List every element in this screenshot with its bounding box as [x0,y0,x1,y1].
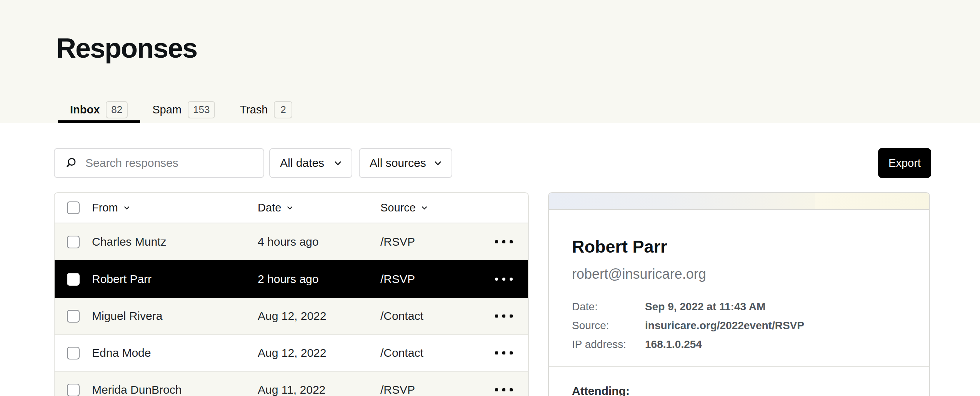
row-date: 2 hours ago [258,273,380,286]
table-row[interactable]: Merida DunBroch Aug 11, 2022 /RSVP [55,371,528,396]
column-header-date[interactable]: Date [258,201,380,214]
meta-date-label: Date: [572,301,645,313]
row-from: Robert Parr [92,273,258,286]
table-row[interactable]: Charles Muntz 4 hours ago /RSVP [55,223,528,260]
page-header: Responses Inbox 82 Spam 153 Trash 2 [0,0,980,123]
row-from: Edna Mode [92,346,258,359]
table-row-selected[interactable]: Robert Parr 2 hours ago /RSVP [55,260,528,297]
date-filter-dropdown[interactable]: All dates [269,148,352,178]
row-date: Aug 12, 2022 [258,309,380,323]
select-all-checkbox[interactable] [67,201,80,214]
row-date: Aug 12, 2022 [258,346,380,359]
row-from: Merida DunBroch [92,383,258,396]
row-from: Miguel Rivera [92,309,258,323]
detail-attending-heading: Attending: [572,384,906,396]
tab-spam[interactable]: Spam 153 [140,96,227,123]
row-checkbox[interactable] [67,310,80,323]
responses-app: Responses Inbox 82 Spam 153 Trash 2 [0,0,980,396]
meta-date-value: Sep 9, 2022 at 11:43 AM [645,301,765,313]
responses-table: From Date Source Charles Muntz [54,192,529,396]
tab-bar: Inbox 82 Spam 153 Trash 2 [58,96,305,123]
row-source: /RSVP [380,235,495,248]
meta-source-value: insuricare.org/2022event/RSVP [645,319,804,332]
column-header-from[interactable]: From [92,201,258,214]
search-input[interactable] [85,156,263,170]
search-box[interactable] [54,148,264,178]
table-header-row: From Date Source [55,193,528,223]
row-actions-menu-icon[interactable] [495,278,528,281]
row-date: 4 hours ago [258,235,380,248]
chevron-down-icon [420,204,428,212]
row-checkbox[interactable] [67,384,80,396]
row-actions-menu-icon[interactable] [495,351,528,354]
row-source: /RSVP [380,273,495,286]
tab-spam-label: Spam [152,103,182,116]
chevron-down-icon [123,204,131,212]
detail-divider [549,366,929,367]
chevron-down-icon [433,158,443,168]
meta-source-label: Source: [572,319,645,332]
source-filter-dropdown[interactable]: All sources [359,148,452,178]
page-title: Responses [56,32,197,64]
row-actions-menu-icon[interactable] [495,240,528,243]
table-row[interactable]: Miguel Rivera Aug 12, 2022 /Contact [55,297,528,334]
chevron-down-icon [333,158,343,168]
response-detail-panel: Robert Parr robert@insuricare.org Date: … [548,192,930,396]
detail-gradient-banner [549,193,929,210]
row-actions-menu-icon[interactable] [495,314,528,318]
export-button[interactable]: Export [878,148,931,178]
row-source: /RSVP [380,383,495,396]
meta-ip-value: 168.1.0.254 [645,338,702,351]
row-date: Aug 11, 2022 [258,383,380,396]
row-source: /Contact [380,309,495,323]
row-checkbox[interactable] [67,236,80,248]
search-icon [65,156,78,170]
tab-spam-count-badge: 153 [188,101,215,118]
tab-inbox[interactable]: Inbox 82 [58,96,140,123]
column-header-source[interactable]: Source [380,201,495,214]
row-checkbox[interactable] [67,273,80,286]
row-source: /Contact [380,346,495,359]
chevron-down-icon [286,204,294,212]
detail-meta: Date: Sep 9, 2022 at 11:43 AM Source: in… [572,301,906,351]
toolbar: All dates All sources Export [54,148,931,178]
row-from: Charles Muntz [92,235,258,248]
detail-respondent-email: robert@insuricare.org [572,266,906,282]
meta-ip-label: IP address: [572,338,645,351]
tab-inbox-count-badge: 82 [106,101,128,118]
tab-trash[interactable]: Trash 2 [227,96,305,123]
table-row[interactable]: Edna Mode Aug 12, 2022 /Contact [55,334,528,371]
tab-inbox-label: Inbox [70,103,100,116]
source-filter-value: All sources [370,156,426,170]
row-checkbox[interactable] [67,347,80,359]
date-filter-value: All dates [280,156,324,170]
row-actions-menu-icon[interactable] [495,388,528,391]
detail-respondent-name: Robert Parr [572,237,906,257]
tab-trash-count-badge: 2 [274,101,292,118]
tab-trash-label: Trash [240,103,268,116]
